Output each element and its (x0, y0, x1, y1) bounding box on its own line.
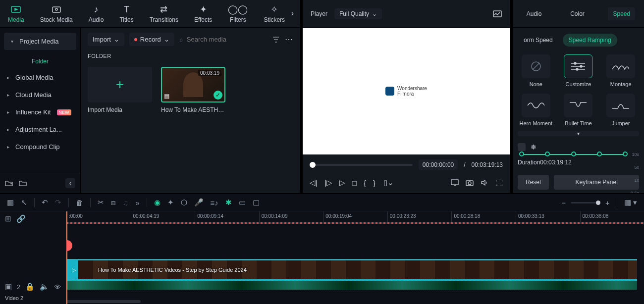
sidebar-item-label: Global Media (15, 74, 54, 81)
timeline-scrollbar[interactable] (66, 300, 141, 303)
camera-icon[interactable] (466, 179, 474, 186)
frame-icon[interactable]: ▭ (239, 198, 246, 207)
ramp-keyframe[interactable] (519, 152, 524, 156)
tab-stickers[interactable]: ✧ Stickers (261, 2, 288, 25)
tab-audio[interactable]: ♪ Audio (86, 2, 107, 25)
sparkle-icon[interactable]: ✦ (167, 198, 174, 207)
tabs-next-icon[interactable]: › (291, 9, 294, 18)
more-tools-icon[interactable]: » (135, 199, 139, 207)
ai-icon[interactable]: ◉ (154, 198, 161, 207)
delete-icon[interactable]: 🗑 (76, 199, 83, 207)
tab-speed-prop[interactable]: Speed (608, 7, 635, 20)
cursor-icon[interactable]: ↖ (21, 198, 27, 207)
ramp-keyframe[interactable] (571, 152, 576, 156)
subtab-speed-ramping[interactable]: Speed Ramping (563, 34, 617, 47)
preset-customize[interactable]: Customize (560, 54, 597, 88)
new-folder-icon[interactable] (5, 180, 13, 187)
scrub-knob[interactable] (310, 162, 316, 168)
video-track-icon[interactable]: ▣ (5, 282, 12, 291)
sidebar-influence-kit[interactable]: ▸ Influence Kit NEW (0, 103, 80, 121)
link-icon[interactable]: 🔗 (16, 214, 26, 223)
volume-icon[interactable] (481, 179, 488, 186)
tab-effects[interactable]: ✦ Effects (191, 2, 215, 25)
filter-icon[interactable] (272, 36, 280, 44)
tab-filters[interactable]: ◯◯ Filters (225, 2, 251, 25)
zoom-in-icon[interactable]: + (605, 199, 610, 207)
timeline-ruler[interactable]: :00:00 00:00:04:19 00:00:09:14 00:00:14:… (66, 211, 644, 222)
sidebar-cloud-media[interactable]: ▸ Cloud Media (0, 86, 80, 103)
preset-none[interactable]: None (518, 54, 554, 88)
reset-button[interactable]: Reset (518, 175, 549, 190)
timeline-clip[interactable]: ▷ How To Make AESTHETIC Videos - Step by… (66, 259, 637, 281)
mute-icon[interactable]: 🔈 (40, 282, 49, 291)
ramp-checkbox[interactable] (518, 143, 526, 151)
preset-more-button[interactable]: ▾ (518, 131, 639, 136)
tab-media[interactable]: Media (5, 2, 27, 25)
keyframe-panel-button[interactable]: Keyframe Panel (554, 175, 639, 190)
sidebar-global-media[interactable]: ▸ Global Media (0, 69, 80, 86)
sidebar-folder[interactable]: Folder (0, 54, 80, 69)
media-thumb[interactable]: 00:03:19 ▦ ✓ (161, 67, 225, 102)
music-icon[interactable]: ♫ (123, 199, 128, 207)
shield-icon[interactable]: ⬡ (181, 198, 187, 207)
ramp-keyframe[interactable] (623, 152, 628, 156)
prev-frame-icon[interactable]: ◁| (310, 178, 318, 187)
subtab-uniform-speed[interactable]: orm Speed (518, 34, 559, 47)
sidebar-project-media[interactable]: ▾ Project Media (4, 33, 76, 50)
stop-icon[interactable]: □ (352, 179, 357, 187)
tab-transitions[interactable]: ⇄ Transitions (147, 2, 181, 25)
snapshot-icon[interactable] (493, 10, 502, 17)
zoom-slider[interactable] (571, 202, 600, 203)
sidebar-compound[interactable]: ▸ Compound Clip (0, 138, 80, 155)
mark-out-icon[interactable]: } (373, 179, 376, 187)
player-viewport[interactable]: Wondershare Filmora (303, 28, 510, 154)
cut-icon[interactable]: ✂ (98, 198, 104, 207)
fullscreen-icon[interactable]: ⛶ (495, 179, 503, 187)
folder-icon[interactable] (19, 180, 27, 187)
crop-icon[interactable]: ⧈ (111, 198, 116, 207)
record-button[interactable]: Record ⌄ (129, 33, 174, 46)
zoom-out-icon[interactable]: − (561, 199, 566, 207)
sidebar-adjustment[interactable]: ▸ Adjustment La... (0, 121, 80, 138)
visibility-icon[interactable]: 👁 (54, 283, 61, 291)
undo-icon[interactable]: ↶ (42, 198, 48, 207)
search-input[interactable] (187, 36, 267, 43)
freeze-frame-icon[interactable]: ❄ (531, 143, 537, 151)
redo-icon[interactable]: ↷ (55, 198, 61, 207)
view-mode-icon[interactable]: ▦ ▾ (624, 198, 637, 207)
tab-stock-media[interactable]: Stock Media (37, 2, 76, 25)
caption-icon[interactable]: ≡♪ (211, 199, 218, 207)
playhead[interactable] (66, 211, 67, 304)
add-media-thumb[interactable]: + (88, 67, 152, 102)
next-frame-icon[interactable]: |▷ (324, 178, 332, 187)
preset-montage[interactable]: Montage (602, 54, 639, 88)
lock-icon[interactable]: 🔒 (25, 282, 35, 291)
play-icon[interactable]: ▷ (339, 178, 345, 187)
audio-waveform[interactable] (66, 281, 637, 290)
preset-hero[interactable]: Hero Moment (518, 94, 554, 127)
tab-titles[interactable]: T Titles (116, 2, 136, 25)
display-icon[interactable] (451, 179, 459, 186)
scrub-bar[interactable] (310, 164, 413, 166)
preset-jumper[interactable]: Jumper (602, 94, 639, 127)
zoom-knob[interactable] (596, 201, 600, 205)
ramp-keyframe[interactable] (597, 152, 602, 156)
box-icon[interactable]: ▢ (253, 198, 260, 207)
collapse-sidebar-button[interactable]: ‹ (65, 178, 75, 188)
marker-dropdown-icon[interactable]: ▯⌄ (383, 178, 394, 187)
timeline-tracks[interactable]: :00:00 00:00:04:19 00:00:09:14 00:00:14:… (66, 211, 644, 304)
more-icon[interactable]: ⋯ (285, 35, 293, 44)
mic-icon[interactable]: 🎤 (194, 198, 204, 207)
tab-color-prop[interactable]: Color (565, 7, 590, 20)
preset-bullet[interactable]: Bullet Time (560, 94, 597, 127)
star-icon[interactable]: ✱ (225, 198, 232, 207)
add-track-icon[interactable]: ⊞ (5, 214, 11, 223)
player-quality-select[interactable]: Full Quality ⌄ (334, 8, 382, 19)
ramp-keyframe[interactable] (545, 152, 550, 156)
grid-icon[interactable]: ▦ (7, 198, 14, 207)
import-media-item[interactable]: + Import Media (88, 67, 152, 113)
import-button[interactable]: Import ⌄ (88, 33, 124, 46)
tab-audio-prop[interactable]: Audio (522, 7, 547, 20)
media-item-video[interactable]: 00:03:19 ▦ ✓ How To Make AESTHE... (161, 67, 225, 113)
mark-in-icon[interactable]: { (364, 179, 366, 187)
